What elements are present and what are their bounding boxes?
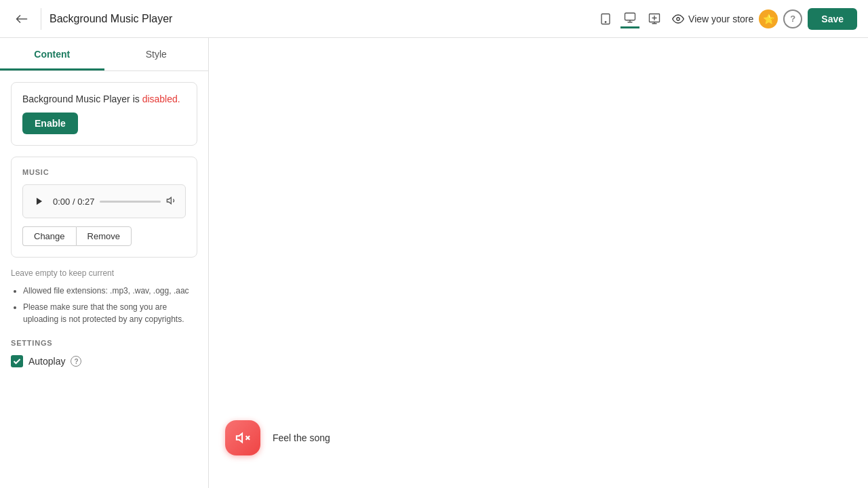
sidebar-tabs: Content Style — [0, 38, 208, 71]
svg-marker-5 — [167, 197, 171, 203]
settings-section: SETTINGS Autoplay ? — [11, 336, 197, 367]
audio-action-buttons: Change Remove — [22, 226, 186, 246]
view-store-button[interactable]: View your store — [672, 13, 753, 25]
topbar: Background Music Player — [0, 0, 868, 38]
tab-style[interactable]: Style — [104, 38, 209, 70]
audio-controls: 0:00 / 0:27 — [31, 193, 177, 209]
desktop-view-button[interactable] — [620, 9, 639, 28]
audio-player: 0:00 / 0:27 — [22, 184, 186, 218]
change-button[interactable]: Change — [22, 226, 76, 246]
main-layout: Content Style Background Music Player is… — [0, 38, 868, 488]
star-button[interactable]: ⭐ — [759, 9, 778, 28]
responsive-view-button[interactable] — [645, 9, 664, 28]
svg-rect-2 — [625, 13, 635, 20]
sidebar: Content Style Background Music Player is… — [0, 38, 209, 488]
music-widget: Feel the song — [225, 420, 336, 455]
remove-button[interactable]: Remove — [76, 226, 132, 246]
help-button[interactable]: ? — [783, 9, 802, 28]
music-widget-label: Feel the song — [267, 430, 336, 446]
topbar-right: View your store ⭐ ? Save — [672, 8, 857, 30]
hint-text: Leave empty to keep current — [11, 268, 197, 278]
tablet-view-button[interactable] — [596, 9, 615, 28]
tab-content[interactable]: Content — [0, 38, 104, 70]
disabled-text: disabled. — [142, 94, 180, 104]
bullet-list: Allowed file extensions: .mp3, .wav, .og… — [11, 285, 197, 325]
status-text: Background Music Player is disabled. — [22, 94, 186, 104]
svg-marker-4 — [37, 198, 42, 205]
preview-area: Feel the song — [209, 38, 868, 488]
page-title: Background Music Player — [50, 13, 588, 25]
sidebar-scroll-content: Background Music Player is disabled. Ena… — [0, 71, 208, 488]
music-section: MUSIC 0:00 / 0:27 — [11, 157, 197, 258]
list-item: Please make sure that the song you are u… — [23, 301, 197, 325]
svg-marker-6 — [237, 434, 242, 443]
progress-bar[interactable] — [100, 201, 161, 203]
music-mute-button[interactable] — [225, 420, 260, 455]
topbar-divider — [41, 8, 41, 30]
save-button[interactable]: Save — [808, 8, 857, 30]
play-button[interactable] — [31, 193, 47, 209]
autoplay-row: Autoplay ? — [11, 355, 197, 367]
svg-point-3 — [677, 17, 680, 20]
music-section-label: MUSIC — [22, 168, 186, 176]
autoplay-label: Autoplay — [28, 356, 65, 367]
status-card: Background Music Player is disabled. Ena… — [11, 82, 197, 146]
settings-section-label: SETTINGS — [11, 339, 197, 347]
time-display: 0:00 / 0:27 — [53, 197, 94, 207]
back-button[interactable] — [11, 8, 33, 30]
enable-button[interactable]: Enable — [22, 113, 78, 134]
svg-point-1 — [605, 21, 606, 22]
volume-button[interactable] — [166, 195, 177, 208]
device-icons — [596, 9, 664, 28]
autoplay-help-icon[interactable]: ? — [71, 356, 81, 367]
autoplay-checkbox[interactable] — [11, 355, 23, 367]
list-item: Allowed file extensions: .mp3, .wav, .og… — [23, 285, 197, 297]
